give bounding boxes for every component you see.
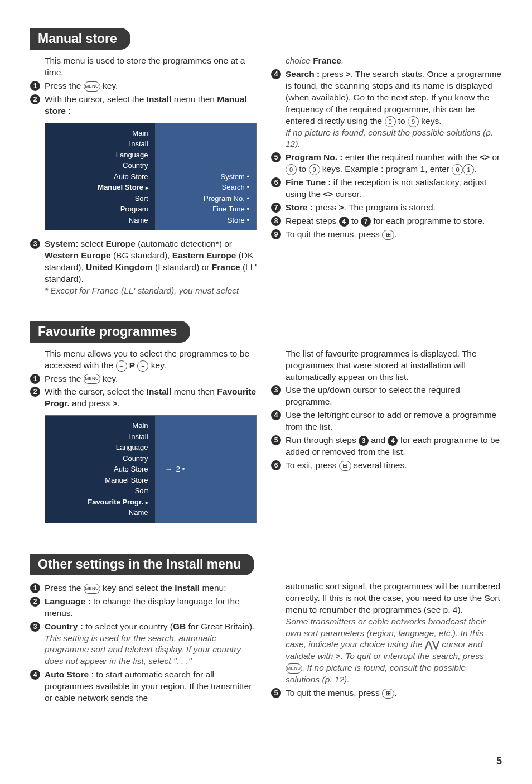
step-2: 2With the cursor, select the Install men… — [30, 94, 261, 117]
menu-screenshot-2: Main Install Language Country Auto Store… — [45, 415, 257, 523]
exit-key-icon: ⊞ — [339, 461, 351, 471]
step-4: 4Use the left/right cursor to add or rem… — [271, 410, 502, 433]
step-6: 6Fine Tune : if the reception is not sat… — [271, 177, 502, 200]
num-3: 3 — [30, 239, 40, 249]
num-6: 6 — [271, 460, 281, 470]
ref-4-icon: 4 — [339, 217, 349, 227]
step-1: 1Press the MENU key and select the Insta… — [30, 583, 261, 594]
exit-key-icon: ⊞ — [382, 689, 394, 699]
num-4: 4 — [271, 410, 281, 420]
num-8: 8 — [271, 216, 281, 226]
key-1-icon: 1 — [463, 164, 474, 175]
step-1: 1Press the MENU key. — [30, 80, 261, 92]
step-1: 1Press the MENU key. — [30, 373, 261, 385]
step-2: 2With the cursor, select the Install men… — [30, 386, 261, 410]
section-other: Other settings in the Install menu 1Pres… — [30, 554, 502, 706]
auto-store-note: Some transmitters or cable networks broa… — [271, 616, 502, 686]
menu-key-icon: MENU — [84, 584, 100, 594]
auto-store-cont: automatic sort signal, the programmes wi… — [271, 581, 502, 616]
num-4: 4 — [30, 670, 40, 680]
num-3: 3 — [30, 622, 40, 632]
menu-left-panel: Main Install Language Country Auto Store… — [45, 416, 155, 523]
menu-right-panel: → 2 • — [155, 416, 256, 523]
menu-selected-item: Favourite Progr. ▸ — [49, 497, 148, 508]
title-manual-store: Manual store — [30, 28, 130, 50]
exit-key-icon: ⊞ — [382, 230, 394, 240]
num-1: 1 — [30, 81, 40, 91]
fav-desc: The list of favourite programmes is disp… — [271, 348, 502, 383]
num-2: 2 — [30, 94, 40, 104]
col-right: The list of favourite programmes is disp… — [271, 348, 502, 531]
menu-left-panel: Main Install Language Country Auto Store… — [45, 123, 155, 230]
step-2: 2Language : to change the display langua… — [30, 596, 261, 619]
menu-key-icon: MENU — [286, 663, 302, 674]
ref-7-icon: 7 — [361, 217, 371, 227]
menu-right-panel: System • Search • Program No. • Fine Tun… — [155, 123, 256, 230]
section-favourite: Favourite programmes This menu allows yo… — [30, 321, 502, 531]
menu-key-icon: MENU — [84, 374, 100, 384]
num-9: 9 — [271, 229, 281, 239]
num-5: 5 — [271, 435, 281, 445]
step-3: 3Use the up/down cursor to select the re… — [271, 384, 502, 408]
num-6: 6 — [271, 177, 281, 187]
num-5: 5 — [271, 152, 281, 162]
intro-text: This menu is used to store the programme… — [30, 55, 261, 79]
num-5: 5 — [271, 688, 281, 698]
step-4: 4Search : press >. The search starts. On… — [271, 69, 502, 150]
menu-screenshot-1: Main Install Language Country Auto Store… — [45, 123, 257, 231]
intro-text: This menu allows you to select the progr… — [30, 348, 261, 372]
num-7: 7 — [271, 203, 281, 213]
num-4: 4 — [271, 69, 281, 79]
section-manual-store: Manual store This menu is used to store … — [30, 28, 502, 299]
menu-key-icon: MENU — [84, 81, 100, 92]
step-3: 3Country : to select your country (GB fo… — [30, 621, 261, 668]
step-5: 5Run through steps 3 and 4 for each prog… — [271, 435, 502, 458]
step-3: 3System: select Europe (automatic detect… — [30, 238, 261, 297]
title-other: Other settings in the Install menu — [30, 554, 254, 575]
step-4: 4Auto Store : to start automatic search … — [30, 669, 261, 704]
step-8: 8Repeat steps 4 to 7 for each programme … — [271, 215, 502, 227]
minus-key-icon: − — [116, 360, 127, 372]
key-0-icon: 0 — [385, 116, 396, 127]
col-right: choice France. 4Search : press >. The se… — [271, 55, 502, 299]
menu-selected-item: Manuel Store ▸ — [49, 182, 148, 193]
num-1: 1 — [30, 374, 40, 384]
col-right: automatic sort signal, the programmes wi… — [271, 581, 502, 706]
col-left: This menu allows you to select the progr… — [30, 348, 261, 531]
step-6: 6To exit, press ⊞ several times. — [271, 460, 502, 472]
num-2: 2 — [30, 597, 40, 607]
ref-4-icon: 4 — [388, 436, 398, 446]
col-left: This menu is used to store the programme… — [30, 55, 261, 299]
ref-3-icon: 3 — [359, 436, 369, 446]
col-left: 1Press the MENU key and select the Insta… — [30, 581, 261, 706]
step-9: 9To quit the menus, press ⊞. — [271, 229, 502, 241]
key-9-icon: 9 — [309, 164, 320, 175]
num-1: 1 — [30, 583, 40, 593]
key-9-icon: 9 — [408, 116, 419, 127]
plus-key-icon: + — [137, 360, 148, 372]
step-7: 7Store : press >. The program is stored. — [271, 202, 502, 214]
key-0-icon: 0 — [286, 164, 297, 175]
key-0-icon: 0 — [452, 164, 463, 175]
step-5: 5Program No. : enter the required number… — [271, 152, 502, 175]
title-favourite: Favourite programmes — [30, 321, 190, 343]
num-3: 3 — [271, 385, 281, 395]
step-5: 5To quit the menus, press ⊞. — [271, 687, 502, 699]
num-2: 2 — [30, 387, 40, 397]
page-number: 5 — [496, 756, 502, 767]
